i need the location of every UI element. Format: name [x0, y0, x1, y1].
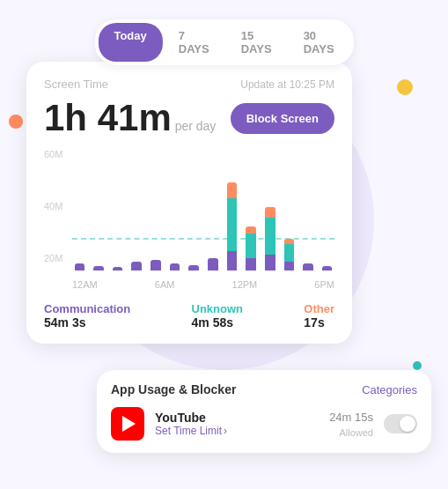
x-label-12pm: 12PM — [232, 279, 258, 290]
y-label-40m: 40M — [44, 201, 62, 211]
app-status: Allowed — [339, 427, 373, 438]
legend-label-unknown: Unknown — [192, 302, 244, 315]
app-name: YouTube — [155, 411, 319, 425]
chart-bars — [72, 149, 334, 270]
bar-group-2am — [110, 267, 125, 270]
bar-stack-11am — [205, 258, 220, 270]
bar-seg-teal — [284, 244, 295, 262]
bar-seg-orange — [265, 207, 275, 218]
bar-group-12am — [72, 263, 87, 270]
bar-seg-purple — [208, 258, 218, 270]
card-header: Screen Time Update at 10:25 PM — [44, 78, 334, 91]
bar-group-10pm — [319, 266, 334, 270]
bottom-card: App Usage & Blocker Categories YouTube S… — [97, 370, 431, 453]
bar-stack-7am — [167, 263, 182, 270]
chart-y-labels: 60M 40M 20M — [44, 149, 62, 263]
bar-group-11am — [205, 258, 220, 270]
bar-seg-purple — [75, 263, 85, 270]
bar-seg-teal — [227, 198, 238, 251]
bar-group-8pm — [301, 263, 316, 270]
bar-seg-teal — [246, 233, 256, 258]
bar-group-7am — [167, 263, 182, 270]
bar-seg-purple — [265, 255, 275, 270]
bar-seg-purple — [303, 263, 313, 270]
set-time-limit-button[interactable]: Set Time Limit › — [155, 425, 319, 437]
bottom-card-title: App Usage & Blocker — [111, 382, 236, 396]
tab-today[interactable]: Today — [98, 23, 162, 62]
bar-seg-purple — [227, 251, 238, 270]
decorative-dot-yellow — [397, 79, 413, 95]
block-screen-button[interactable]: Block Screen — [231, 103, 334, 134]
app-row-youtube: YouTube Set Time Limit › 24m 15s Allowed — [111, 407, 417, 441]
bar-stack-12pm — [224, 182, 239, 270]
bar-seg-purple — [151, 260, 161, 270]
app-toggle[interactable] — [384, 414, 417, 433]
app-info: YouTube Set Time Limit › — [155, 411, 319, 437]
decorative-dot-orange — [9, 115, 23, 129]
bar-group-4pm — [262, 207, 277, 270]
bar-stack-9am — [187, 265, 202, 270]
x-label-6pm: 6PM — [314, 279, 334, 290]
legend-value-communication: 54m 3s — [44, 315, 130, 330]
bar-seg-purple — [113, 267, 123, 270]
bar-stack-8pm — [301, 263, 316, 270]
bar-group-6pm — [282, 239, 297, 270]
decorative-dot-teal — [413, 361, 422, 370]
bar-seg-purple — [322, 266, 333, 270]
legend-label-other: Other — [304, 302, 334, 315]
legend-unknown: Unknown 4m 58s — [192, 302, 244, 330]
bar-stack-2am — [110, 267, 125, 270]
bottom-card-header: App Usage & Blocker Categories — [111, 382, 417, 396]
bar-stack-6pm — [282, 239, 297, 270]
bar-seg-purple — [188, 265, 199, 270]
legend-communication: Communication 54m 3s — [44, 302, 130, 330]
legend-value-unknown: 4m 58s — [192, 315, 244, 330]
screen-time-label: Screen Time — [44, 78, 108, 91]
bar-seg-purple — [131, 262, 142, 270]
bar-stack-3am — [129, 262, 144, 270]
bar-group-1am — [92, 266, 106, 270]
bar-seg-teal — [265, 218, 275, 255]
tab-7days[interactable]: 7 DAYS — [163, 23, 225, 62]
y-label-20m: 20M — [44, 253, 62, 263]
toggle-knob — [400, 416, 415, 432]
bar-group-9am — [187, 265, 202, 270]
time-row: 1h 41m per day Block Screen — [44, 100, 334, 137]
y-label-60m: 60M — [44, 149, 62, 159]
bar-stack-4pm — [262, 207, 277, 270]
bar-stack-1am — [92, 266, 106, 270]
app-time: 24m 15s — [329, 411, 373, 424]
x-label-6am: 6AM — [155, 279, 175, 290]
bar-group-6am — [149, 260, 164, 270]
tab-30days[interactable]: 30 DAYS — [288, 23, 350, 62]
legend-other: Other 17s — [304, 302, 334, 330]
bar-stack-12am — [72, 263, 87, 270]
x-label-12am: 12AM — [72, 279, 98, 290]
update-label: Update at 10:25 PM — [240, 78, 334, 91]
bar-seg-purple — [93, 266, 104, 270]
bar-group-3am — [129, 262, 144, 270]
bar-group-12pm — [224, 182, 239, 270]
bar-group-2pm — [244, 226, 259, 270]
chart-area: 60M 40M 20M — [44, 149, 334, 290]
bar-stack-2pm — [244, 226, 259, 270]
play-icon — [122, 416, 136, 432]
chart-x-labels: 12AM 6AM 12PM 6PM — [72, 279, 334, 290]
time-value: 1h 41m — [44, 97, 172, 138]
bar-seg-orange — [246, 226, 256, 233]
youtube-icon — [111, 407, 144, 441]
bar-seg-purple — [170, 263, 180, 270]
legend-value-other: 17s — [304, 315, 334, 330]
bar-seg-orange — [227, 182, 238, 198]
bar-seg-purple — [246, 258, 256, 270]
legend-row: Communication 54m 3s Unknown 4m 58s Othe… — [44, 295, 334, 330]
tab-15days[interactable]: 15 DAYS — [225, 23, 288, 62]
per-day-label: per day — [172, 119, 217, 133]
categories-link[interactable]: Categories — [362, 383, 417, 396]
time-display: 1h 41m per day — [44, 100, 216, 137]
legend-label-communication: Communication — [44, 302, 130, 315]
bar-stack-10pm — [319, 266, 334, 270]
tab-bar: Today 7 DAYS 15 DAYS 30 DAYS — [94, 19, 353, 65]
main-card: Screen Time Update at 10:25 PM 1h 41m pe… — [26, 62, 352, 344]
bar-seg-purple — [284, 262, 295, 270]
